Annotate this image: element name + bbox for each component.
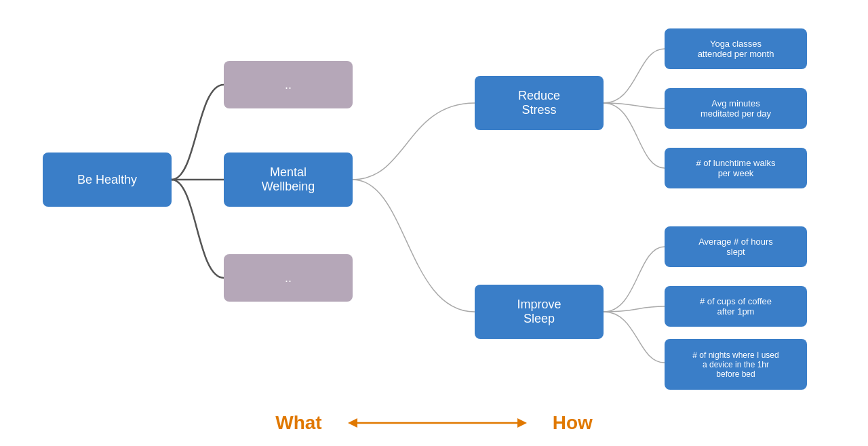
mauve-bottom-label: .. [285,271,292,285]
reduce-stress-label: Reduce Stress [518,89,560,117]
coffee-label: # of cups of coffee after 1pm [700,296,772,317]
walks-label: # of lunchtime walks per week [696,158,775,178]
conn-stress-yoga [604,49,665,103]
conn-mental-reduce [353,103,475,180]
hours-slept-label: Average # of hours slept [698,237,773,257]
yoga-label: Yoga classes attended per month [698,39,774,59]
conn-sleep-device [604,312,665,363]
mental-wellbeing-node: Mental Wellbeing [224,153,353,207]
mental-wellbeing-label: Mental Wellbeing [262,165,315,194]
conn-sleep-hours [604,247,665,312]
be-healthy-label: Be Healthy [77,173,137,187]
reduce-stress-node: Reduce Stress [475,76,604,130]
conn-mental-sleep [353,180,475,312]
arrow-svg [342,413,532,432]
footer-arrow [342,413,532,432]
conn-stress-meditate [604,103,665,108]
meditate-node: Avg minutes meditated per day [665,88,807,129]
hours-slept-node: Average # of hours slept [665,226,807,267]
coffee-node: # of cups of coffee after 1pm [665,286,807,327]
mauve-bottom-node: .. [224,254,353,302]
device-node: # of nights where I used a device in the… [665,339,807,390]
improve-sleep-label: Improve Sleep [517,298,561,326]
yoga-node: Yoga classes attended per month [665,28,807,69]
footer-what: What [275,412,321,434]
conn-sleep-coffee [604,306,665,312]
improve-sleep-node: Improve Sleep [475,285,604,339]
conn-healthy-mauve-top [172,85,224,180]
mauve-top-node: .. [224,61,353,108]
meditate-label: Avg minutes meditated per day [701,98,771,119]
right-arrowhead [517,418,527,428]
mauve-top-label: .. [285,78,292,92]
footer: What How [0,412,868,434]
be-healthy-node: Be Healthy [43,153,172,207]
conn-healthy-mauve-bottom [172,180,224,278]
device-label: # of nights where I used a device in the… [692,350,778,379]
walks-node: # of lunchtime walks per week [665,148,807,188]
footer-how: How [553,412,593,434]
conn-stress-walks [604,103,665,168]
